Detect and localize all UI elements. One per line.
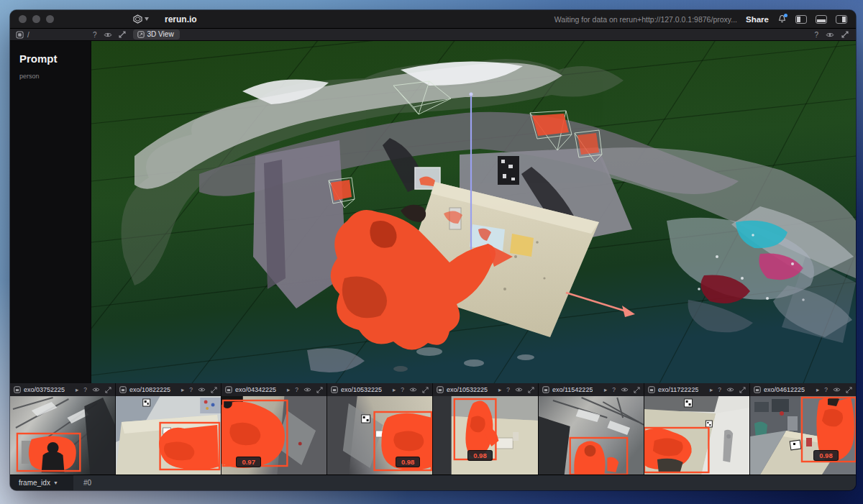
camera-view-1[interactable]: exo/03752225 ▸ ? bbox=[10, 383, 116, 475]
timeline-bar: frame_idx ▼ #0 bbox=[10, 475, 856, 490]
camera-view-7[interactable]: exo/11722225 ▸ ? bbox=[644, 383, 750, 475]
3d-scene bbox=[91, 41, 856, 383]
visibility-icon[interactable] bbox=[92, 387, 100, 393]
camera-view-header: exo/10822225 ▸ ? bbox=[116, 383, 221, 396]
expand-icon[interactable] bbox=[211, 387, 217, 393]
zoom-window-button[interactable] bbox=[46, 15, 54, 23]
minimize-window-button[interactable] bbox=[32, 15, 40, 23]
tab-3d-view[interactable]: 3D View bbox=[133, 29, 180, 40]
timeline-field-name: frame_idx bbox=[19, 479, 50, 487]
frame-icon bbox=[14, 386, 21, 393]
help-icon[interactable]: ? bbox=[189, 386, 193, 393]
toggle-left-panel-button[interactable] bbox=[795, 15, 807, 24]
help-icon[interactable]: ? bbox=[506, 386, 510, 393]
expand-icon[interactable] bbox=[841, 31, 849, 38]
camera-entity-path[interactable]: exo/11722225 bbox=[658, 386, 698, 393]
visibility-icon[interactable] bbox=[303, 387, 311, 393]
chevron-down-icon bbox=[145, 17, 149, 21]
camera-view-5[interactable]: exo/10532225 ▸ ? bbox=[433, 383, 539, 475]
camera-entity-path[interactable]: exo/10532225 bbox=[341, 386, 382, 393]
camera-entity-path[interactable]: exo/03752225 bbox=[24, 386, 65, 393]
camera-entity-path[interactable]: exo/10822225 bbox=[129, 386, 170, 393]
visibility-icon[interactable] bbox=[409, 387, 417, 393]
camera-view-8[interactable]: exo/04612225 ▸ ? bbox=[750, 383, 856, 475]
play-icon[interactable]: ▸ bbox=[710, 386, 713, 393]
timeline-track[interactable]: #0 bbox=[73, 475, 856, 490]
timeline-selector[interactable]: frame_idx ▼ bbox=[10, 479, 73, 487]
camera-image[interactable] bbox=[10, 396, 115, 475]
frame-icon bbox=[542, 386, 549, 393]
camera-thumbnail-strip: exo/03752225 ▸ ? bbox=[10, 383, 856, 475]
visibility-icon[interactable] bbox=[726, 387, 734, 393]
rerun-logo-icon bbox=[133, 14, 142, 24]
visibility-icon[interactable] bbox=[621, 387, 629, 393]
play-icon[interactable]: ▸ bbox=[76, 386, 78, 393]
help-icon[interactable]: ? bbox=[83, 386, 87, 393]
toggle-right-panel-button[interactable] bbox=[836, 15, 847, 24]
play-icon[interactable]: ▸ bbox=[604, 386, 607, 393]
play-icon[interactable]: ▸ bbox=[498, 386, 501, 393]
visibility-icon[interactable] bbox=[198, 387, 206, 393]
visibility-icon[interactable] bbox=[826, 32, 834, 38]
help-icon[interactable]: ? bbox=[401, 386, 404, 393]
camera-entity-path[interactable]: exo/04612225 bbox=[764, 386, 805, 393]
expand-icon[interactable] bbox=[739, 387, 746, 393]
expand-icon[interactable] bbox=[634, 387, 640, 393]
titlebar: rerun.io Waiting for data on rerun+http:… bbox=[10, 10, 856, 29]
camera-view-4[interactable]: exo/10532225 ▸ ? bbox=[327, 383, 433, 475]
help-icon[interactable]: ? bbox=[824, 386, 828, 393]
3d-viewport[interactable] bbox=[91, 41, 856, 383]
app-menu[interactable] bbox=[133, 14, 149, 24]
expand-icon[interactable] bbox=[119, 31, 126, 38]
visibility-icon[interactable] bbox=[833, 387, 841, 393]
play-icon[interactable]: ▸ bbox=[287, 386, 290, 393]
share-button[interactable]: Share bbox=[746, 15, 769, 24]
camera-view-header: exo/10532225 ▸ ? bbox=[327, 383, 432, 396]
camera-view-2[interactable]: exo/10822225 ▸ ? bbox=[116, 383, 222, 475]
timeline-tick-label: #0 bbox=[83, 479, 91, 487]
camera-view-3[interactable]: exo/04342225 ▸ ? bbox=[222, 383, 327, 475]
camera-entity-path[interactable]: exo/04342225 bbox=[235, 386, 276, 393]
notifications-button[interactable] bbox=[777, 14, 787, 24]
toggle-bottom-panel-button[interactable] bbox=[816, 15, 827, 24]
viewport-help-button[interactable]: ? bbox=[814, 31, 818, 39]
camera-entity-path[interactable]: exo/10532225 bbox=[447, 386, 488, 393]
visibility-icon[interactable] bbox=[515, 387, 523, 393]
visibility-icon[interactable] bbox=[104, 32, 112, 38]
play-icon[interactable]: ▸ bbox=[181, 386, 184, 393]
expand-icon[interactable] bbox=[422, 387, 429, 393]
blueprint-icon bbox=[16, 31, 24, 39]
help-icon[interactable]: ? bbox=[612, 386, 616, 393]
camera-entity-path[interactable]: exo/11542225 bbox=[552, 386, 593, 393]
expand-icon[interactable] bbox=[316, 387, 323, 393]
help-icon[interactable]: ? bbox=[718, 386, 721, 393]
help-icon[interactable]: ? bbox=[295, 386, 298, 393]
camera-view-6[interactable]: exo/11542225 ▸ ? bbox=[539, 383, 644, 475]
expand-icon[interactable] bbox=[528, 387, 534, 393]
camera-image[interactable]: 0.98 bbox=[750, 396, 856, 475]
camera-view-header: exo/10532225 ▸ ? bbox=[433, 383, 538, 396]
camera-image[interactable]: 0.98 bbox=[327, 396, 432, 475]
connection-status: Waiting for data on rerun+http://127.0.0… bbox=[554, 15, 737, 24]
play-icon[interactable]: ▸ bbox=[393, 386, 396, 393]
camera-view-header: exo/04612225 ▸ ? bbox=[750, 383, 856, 396]
help-button[interactable]: ? bbox=[93, 31, 97, 39]
play-icon[interactable]: ▸ bbox=[816, 386, 819, 393]
camera-view-header: exo/11542225 ▸ ? bbox=[539, 383, 644, 396]
camera-image[interactable] bbox=[116, 396, 221, 475]
tab-3d-view-label: 3D View bbox=[147, 30, 174, 38]
camera-image[interactable] bbox=[644, 396, 749, 475]
prompt-value[interactable]: person bbox=[19, 73, 81, 80]
frame-icon bbox=[225, 386, 232, 393]
3d-view-icon bbox=[137, 31, 145, 38]
camera-image[interactable]: 0.98 bbox=[433, 396, 538, 475]
prompt-heading: Prompt bbox=[19, 52, 81, 65]
close-window-button[interactable] bbox=[19, 15, 27, 23]
expand-icon[interactable] bbox=[846, 387, 852, 393]
breadcrumb[interactable]: / bbox=[27, 31, 29, 39]
camera-image[interactable] bbox=[539, 396, 644, 475]
camera-image[interactable]: 0.97 bbox=[222, 396, 327, 475]
expand-icon[interactable] bbox=[105, 387, 111, 393]
camera-view-header: exo/03752225 ▸ ? bbox=[10, 383, 115, 396]
camera-view-header: exo/04342225 ▸ ? bbox=[222, 383, 327, 396]
